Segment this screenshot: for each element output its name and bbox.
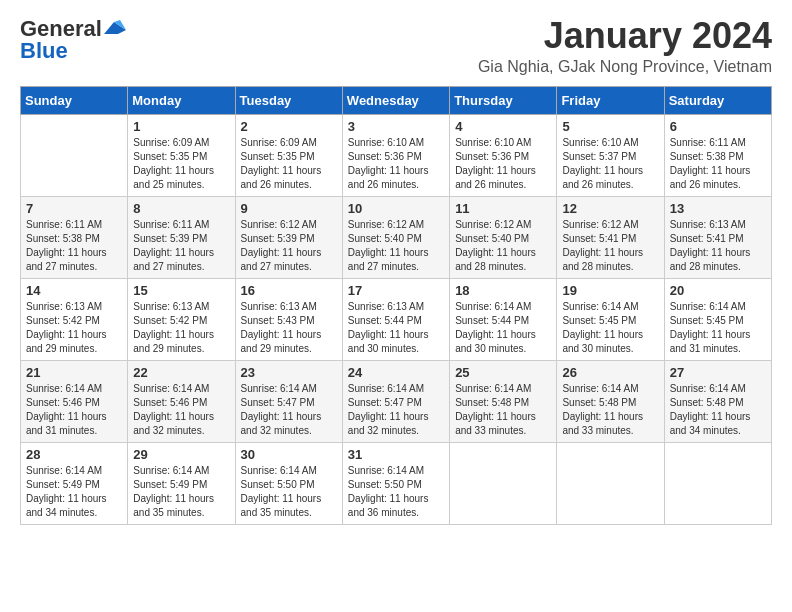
day-cell: 3Sunrise: 6:10 AMSunset: 5:36 PMDaylight… (342, 114, 449, 196)
day-cell: 30Sunrise: 6:14 AMSunset: 5:50 PMDayligh… (235, 442, 342, 524)
weekday-header-sunday: Sunday (21, 86, 128, 114)
day-cell: 31Sunrise: 6:14 AMSunset: 5:50 PMDayligh… (342, 442, 449, 524)
day-cell: 11Sunrise: 6:12 AMSunset: 5:40 PMDayligh… (450, 196, 557, 278)
day-info: Sunrise: 6:13 AMSunset: 5:41 PMDaylight:… (670, 218, 766, 274)
day-cell: 4Sunrise: 6:10 AMSunset: 5:36 PMDaylight… (450, 114, 557, 196)
day-info: Sunrise: 6:14 AMSunset: 5:47 PMDaylight:… (348, 382, 444, 438)
logo-icon (104, 20, 126, 36)
day-number: 20 (670, 283, 766, 298)
day-cell: 17Sunrise: 6:13 AMSunset: 5:44 PMDayligh… (342, 278, 449, 360)
day-cell: 29Sunrise: 6:14 AMSunset: 5:49 PMDayligh… (128, 442, 235, 524)
weekday-header-saturday: Saturday (664, 86, 771, 114)
day-cell: 21Sunrise: 6:14 AMSunset: 5:46 PMDayligh… (21, 360, 128, 442)
svg-marker-0 (104, 22, 126, 34)
day-cell: 15Sunrise: 6:13 AMSunset: 5:42 PMDayligh… (128, 278, 235, 360)
day-cell: 9Sunrise: 6:12 AMSunset: 5:39 PMDaylight… (235, 196, 342, 278)
day-cell: 19Sunrise: 6:14 AMSunset: 5:45 PMDayligh… (557, 278, 664, 360)
day-info: Sunrise: 6:13 AMSunset: 5:42 PMDaylight:… (26, 300, 122, 356)
day-info: Sunrise: 6:13 AMSunset: 5:42 PMDaylight:… (133, 300, 229, 356)
day-cell: 12Sunrise: 6:12 AMSunset: 5:41 PMDayligh… (557, 196, 664, 278)
day-number: 21 (26, 365, 122, 380)
day-info: Sunrise: 6:14 AMSunset: 5:48 PMDaylight:… (455, 382, 551, 438)
day-cell: 27Sunrise: 6:14 AMSunset: 5:48 PMDayligh… (664, 360, 771, 442)
day-info: Sunrise: 6:14 AMSunset: 5:45 PMDaylight:… (562, 300, 658, 356)
day-info: Sunrise: 6:12 AMSunset: 5:40 PMDaylight:… (348, 218, 444, 274)
week-row-1: 1Sunrise: 6:09 AMSunset: 5:35 PMDaylight… (21, 114, 772, 196)
day-number: 31 (348, 447, 444, 462)
day-cell: 20Sunrise: 6:14 AMSunset: 5:45 PMDayligh… (664, 278, 771, 360)
weekday-header-row: SundayMondayTuesdayWednesdayThursdayFrid… (21, 86, 772, 114)
day-cell: 22Sunrise: 6:14 AMSunset: 5:46 PMDayligh… (128, 360, 235, 442)
day-cell: 28Sunrise: 6:14 AMSunset: 5:49 PMDayligh… (21, 442, 128, 524)
week-row-3: 14Sunrise: 6:13 AMSunset: 5:42 PMDayligh… (21, 278, 772, 360)
day-number: 22 (133, 365, 229, 380)
week-row-2: 7Sunrise: 6:11 AMSunset: 5:38 PMDaylight… (21, 196, 772, 278)
day-cell: 2Sunrise: 6:09 AMSunset: 5:35 PMDaylight… (235, 114, 342, 196)
day-cell: 18Sunrise: 6:14 AMSunset: 5:44 PMDayligh… (450, 278, 557, 360)
day-number: 11 (455, 201, 551, 216)
day-info: Sunrise: 6:09 AMSunset: 5:35 PMDaylight:… (133, 136, 229, 192)
day-number: 9 (241, 201, 337, 216)
day-number: 19 (562, 283, 658, 298)
day-cell: 24Sunrise: 6:14 AMSunset: 5:47 PMDayligh… (342, 360, 449, 442)
day-number: 2 (241, 119, 337, 134)
day-info: Sunrise: 6:10 AMSunset: 5:36 PMDaylight:… (348, 136, 444, 192)
day-info: Sunrise: 6:11 AMSunset: 5:38 PMDaylight:… (26, 218, 122, 274)
day-info: Sunrise: 6:13 AMSunset: 5:44 PMDaylight:… (348, 300, 444, 356)
day-number: 27 (670, 365, 766, 380)
weekday-header-friday: Friday (557, 86, 664, 114)
day-number: 26 (562, 365, 658, 380)
day-info: Sunrise: 6:14 AMSunset: 5:50 PMDaylight:… (241, 464, 337, 520)
week-row-4: 21Sunrise: 6:14 AMSunset: 5:46 PMDayligh… (21, 360, 772, 442)
calendar-table: SundayMondayTuesdayWednesdayThursdayFrid… (20, 86, 772, 525)
day-cell: 13Sunrise: 6:13 AMSunset: 5:41 PMDayligh… (664, 196, 771, 278)
day-info: Sunrise: 6:14 AMSunset: 5:50 PMDaylight:… (348, 464, 444, 520)
day-info: Sunrise: 6:11 AMSunset: 5:39 PMDaylight:… (133, 218, 229, 274)
day-cell: 16Sunrise: 6:13 AMSunset: 5:43 PMDayligh… (235, 278, 342, 360)
title-block: January 2024 Gia Nghia, GJak Nong Provin… (478, 16, 772, 76)
day-info: Sunrise: 6:14 AMSunset: 5:47 PMDaylight:… (241, 382, 337, 438)
page-header: General Blue January 2024 Gia Nghia, GJa… (20, 16, 772, 76)
day-info: Sunrise: 6:11 AMSunset: 5:38 PMDaylight:… (670, 136, 766, 192)
day-cell (557, 442, 664, 524)
day-info: Sunrise: 6:14 AMSunset: 5:49 PMDaylight:… (133, 464, 229, 520)
day-info: Sunrise: 6:14 AMSunset: 5:45 PMDaylight:… (670, 300, 766, 356)
week-row-5: 28Sunrise: 6:14 AMSunset: 5:49 PMDayligh… (21, 442, 772, 524)
day-info: Sunrise: 6:12 AMSunset: 5:39 PMDaylight:… (241, 218, 337, 274)
day-cell (21, 114, 128, 196)
weekday-header-wednesday: Wednesday (342, 86, 449, 114)
day-info: Sunrise: 6:13 AMSunset: 5:43 PMDaylight:… (241, 300, 337, 356)
day-cell: 5Sunrise: 6:10 AMSunset: 5:37 PMDaylight… (557, 114, 664, 196)
logo-blue: Blue (20, 38, 68, 64)
day-cell (450, 442, 557, 524)
day-info: Sunrise: 6:14 AMSunset: 5:48 PMDaylight:… (562, 382, 658, 438)
day-number: 16 (241, 283, 337, 298)
day-number: 6 (670, 119, 766, 134)
month-title: January 2024 (478, 16, 772, 56)
day-number: 29 (133, 447, 229, 462)
weekday-header-monday: Monday (128, 86, 235, 114)
day-number: 8 (133, 201, 229, 216)
day-number: 14 (26, 283, 122, 298)
day-info: Sunrise: 6:12 AMSunset: 5:40 PMDaylight:… (455, 218, 551, 274)
day-info: Sunrise: 6:09 AMSunset: 5:35 PMDaylight:… (241, 136, 337, 192)
day-info: Sunrise: 6:14 AMSunset: 5:49 PMDaylight:… (26, 464, 122, 520)
day-info: Sunrise: 6:14 AMSunset: 5:48 PMDaylight:… (670, 382, 766, 438)
day-cell: 7Sunrise: 6:11 AMSunset: 5:38 PMDaylight… (21, 196, 128, 278)
day-number: 5 (562, 119, 658, 134)
day-number: 17 (348, 283, 444, 298)
day-number: 1 (133, 119, 229, 134)
day-number: 13 (670, 201, 766, 216)
day-number: 7 (26, 201, 122, 216)
day-cell: 26Sunrise: 6:14 AMSunset: 5:48 PMDayligh… (557, 360, 664, 442)
day-number: 28 (26, 447, 122, 462)
day-number: 23 (241, 365, 337, 380)
day-info: Sunrise: 6:14 AMSunset: 5:46 PMDaylight:… (133, 382, 229, 438)
logo: General Blue (20, 16, 126, 64)
day-info: Sunrise: 6:12 AMSunset: 5:41 PMDaylight:… (562, 218, 658, 274)
day-number: 18 (455, 283, 551, 298)
day-number: 4 (455, 119, 551, 134)
weekday-header-thursday: Thursday (450, 86, 557, 114)
day-info: Sunrise: 6:14 AMSunset: 5:44 PMDaylight:… (455, 300, 551, 356)
day-cell (664, 442, 771, 524)
